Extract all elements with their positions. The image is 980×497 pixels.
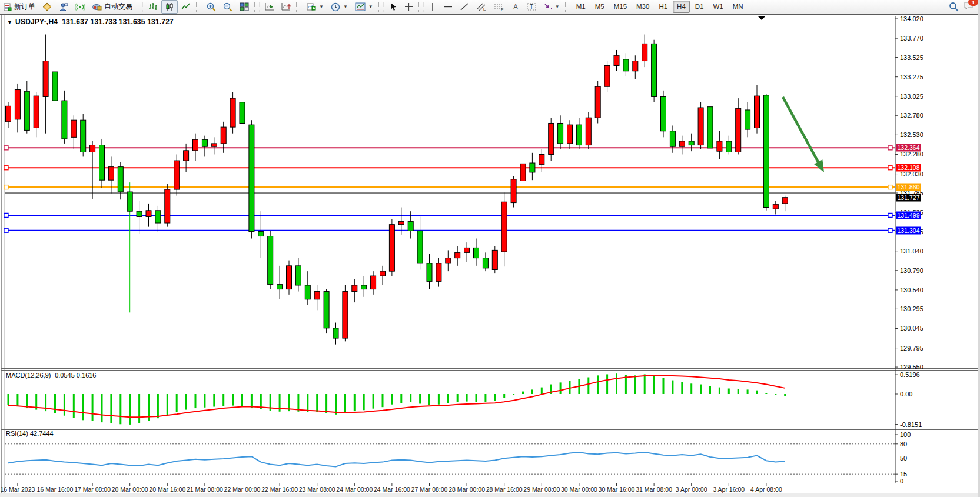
candle-body bbox=[230, 98, 235, 127]
candle-body bbox=[81, 120, 86, 152]
macd-histogram-bar bbox=[119, 394, 121, 424]
time-axis-label: 21 Mar 08:00 bbox=[187, 486, 223, 493]
line-anchor-handle[interactable] bbox=[888, 185, 892, 189]
time-axis-label: 28 Mar 16:00 bbox=[486, 486, 523, 493]
candle-body bbox=[314, 292, 320, 299]
macd-histogram-bar bbox=[410, 394, 411, 402]
macd-histogram-bar bbox=[222, 394, 224, 406]
chart-shift-marker-icon[interactable] bbox=[758, 16, 765, 20]
candle-body bbox=[576, 125, 582, 145]
candle-body bbox=[464, 248, 470, 252]
time-axis-label: 22 Mar 16:00 bbox=[261, 486, 298, 493]
candle-body bbox=[763, 95, 769, 208]
rsi-axis-tick: 50 bbox=[900, 455, 907, 462]
candle-body bbox=[679, 141, 685, 146]
macd-histogram-bar bbox=[522, 392, 524, 394]
line-anchor-handle[interactable] bbox=[4, 166, 8, 170]
candle-body bbox=[118, 167, 123, 192]
candle-body bbox=[15, 90, 20, 119]
candle-body bbox=[398, 221, 404, 224]
time-axis-label: 28 Mar 00:00 bbox=[449, 486, 485, 493]
candle-body bbox=[642, 44, 647, 61]
trend-arrow-annotation[interactable] bbox=[783, 97, 819, 164]
time-axis-label: 16 Mar 16:00 bbox=[37, 486, 74, 493]
time-axis-label: 24 Mar 16:00 bbox=[374, 486, 410, 493]
macd-histogram-bar bbox=[681, 382, 683, 394]
time-axis-label: 3 Apr 16:00 bbox=[713, 486, 745, 493]
line-anchor-handle[interactable] bbox=[4, 228, 8, 232]
macd-histogram-bar bbox=[747, 389, 749, 394]
candle-body bbox=[511, 179, 516, 203]
line-anchor-handle[interactable] bbox=[888, 146, 892, 150]
candle-body bbox=[689, 141, 694, 145]
macd-histogram-bar bbox=[8, 394, 9, 405]
application-window: 新订单 自动交易 bbox=[0, 0, 980, 497]
macd-histogram-bar bbox=[503, 394, 505, 398]
candle-body bbox=[211, 144, 217, 146]
candle-body bbox=[287, 266, 292, 289]
macd-axis-tick: 0.5196 bbox=[900, 371, 920, 378]
macd-histogram-bar bbox=[775, 394, 776, 395]
candle-body bbox=[446, 258, 451, 263]
candle-body bbox=[492, 250, 497, 269]
line-anchor-handle[interactable] bbox=[4, 213, 8, 217]
macd-histogram-bar bbox=[325, 394, 327, 413]
candle-body bbox=[633, 61, 638, 71]
macd-histogram-bar bbox=[438, 394, 440, 405]
time-axis-label: 27 Mar 08:00 bbox=[411, 486, 448, 493]
price-axis-tick: 131.040 bbox=[900, 248, 923, 255]
candle-body bbox=[343, 292, 348, 338]
time-axis-label: 30 Mar 16:00 bbox=[599, 486, 635, 493]
trend-arrow-head bbox=[814, 159, 824, 172]
macd-histogram-bar bbox=[447, 394, 449, 403]
price-axis-tick: 129.550 bbox=[900, 363, 923, 371]
price-tag: 131.727 bbox=[896, 194, 921, 201]
rsi-label: RSI(14) 42.7444 bbox=[6, 430, 54, 437]
candle-body bbox=[567, 125, 573, 144]
macd-axis-tick: -0.8151 bbox=[900, 421, 922, 428]
candle-body bbox=[549, 123, 554, 154]
candle-body bbox=[389, 225, 394, 271]
candle-body bbox=[155, 211, 161, 223]
macd-histogram-bar bbox=[476, 394, 477, 402]
candle-body bbox=[249, 125, 254, 231]
candle-body bbox=[558, 123, 563, 143]
time-axis-label: 17 Mar 08:00 bbox=[74, 486, 111, 493]
macd-histogram-bar bbox=[92, 394, 94, 421]
macd-axis-tick: 0.00 bbox=[900, 391, 912, 398]
macd-histogram-bar bbox=[709, 386, 711, 394]
line-anchor-handle[interactable] bbox=[4, 146, 8, 150]
macd-histogram-bar bbox=[606, 374, 608, 394]
line-anchor-handle[interactable] bbox=[888, 213, 892, 217]
macd-histogram-bar bbox=[597, 375, 599, 394]
price-axis-tick: 130.790 bbox=[900, 267, 923, 274]
candle-body bbox=[6, 106, 11, 121]
candle-body bbox=[90, 145, 95, 152]
macd-histogram-bar bbox=[616, 373, 617, 394]
chart-canvas[interactable] bbox=[0, 0, 980, 497]
line-anchor-handle[interactable] bbox=[4, 185, 8, 189]
macd-histogram-bar bbox=[64, 394, 65, 416]
candle-body bbox=[62, 101, 67, 139]
candle-body bbox=[34, 96, 39, 128]
line-anchor-handle[interactable] bbox=[888, 166, 892, 170]
macd-histogram-bar bbox=[391, 394, 393, 405]
candle-body bbox=[670, 131, 675, 146]
candle-body bbox=[99, 145, 105, 181]
candle-body bbox=[408, 221, 413, 231]
macd-histogram-bar bbox=[213, 394, 215, 407]
candle-body bbox=[483, 258, 488, 268]
candle-body bbox=[258, 232, 264, 236]
macd-label: MACD(12,26,9) -0.0545 0.1616 bbox=[6, 372, 96, 379]
candle-body bbox=[604, 65, 610, 86]
line-anchor-handle[interactable] bbox=[888, 228, 892, 232]
candle-body bbox=[586, 118, 591, 145]
time-axis-label: 3 Apr 00:00 bbox=[676, 486, 707, 493]
candle-body bbox=[455, 252, 460, 258]
candle-body bbox=[184, 151, 189, 161]
candle-body bbox=[137, 211, 142, 216]
macd-histogram-bar bbox=[82, 394, 84, 420]
macd-histogram-bar bbox=[73, 394, 75, 418]
macd-histogram-bar bbox=[457, 394, 459, 402]
rsi-axis-tick: 80 bbox=[900, 441, 907, 448]
